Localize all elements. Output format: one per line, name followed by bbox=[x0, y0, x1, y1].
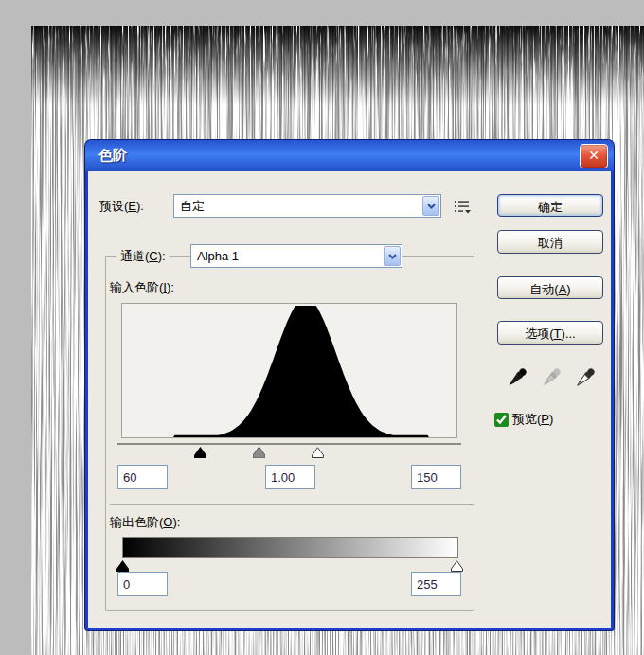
dialog-titlebar[interactable]: 色阶 ✕ bbox=[85, 140, 614, 171]
white-point-eyedropper-icon[interactable] bbox=[571, 365, 598, 392]
label-mnemonic: P bbox=[541, 412, 549, 426]
preset-dropdown[interactable]: 自定 bbox=[173, 194, 441, 218]
options-button[interactable]: 选项(T)... bbox=[497, 321, 603, 345]
ok-button[interactable]: 确定 bbox=[497, 194, 603, 217]
output-levels-label: 输出色阶(O): bbox=[110, 514, 180, 531]
preset-options-icon[interactable] bbox=[451, 196, 475, 217]
input-white-field[interactable] bbox=[411, 465, 461, 489]
label-part: 通道( bbox=[120, 249, 149, 263]
preset-label: 预设(E): bbox=[99, 198, 144, 215]
gray-point-eyedropper-icon[interactable] bbox=[537, 365, 564, 392]
input-slider-track bbox=[117, 443, 461, 445]
close-icon: ✕ bbox=[588, 148, 599, 163]
label-part: 预览( bbox=[512, 412, 541, 426]
output-black-field[interactable] bbox=[117, 572, 168, 596]
label-mnemonic: C bbox=[149, 249, 157, 263]
label-part: ): bbox=[136, 199, 144, 213]
black-point-eyedropper-icon[interactable] bbox=[503, 365, 529, 392]
label-part: ): bbox=[172, 515, 180, 529]
cancel-button[interactable]: 取消 bbox=[497, 230, 603, 254]
output-black-slider[interactable] bbox=[116, 558, 129, 570]
label-part: 自动( bbox=[529, 282, 558, 296]
input-white-slider[interactable] bbox=[312, 445, 324, 456]
input-black-slider[interactable] bbox=[194, 445, 206, 456]
label-part: )... bbox=[562, 327, 576, 341]
input-gamma-slider[interactable] bbox=[253, 445, 265, 456]
label-mnemonic: T bbox=[554, 327, 562, 341]
output-white-field[interactable] bbox=[411, 572, 461, 596]
label-part: 输入色阶( bbox=[110, 280, 163, 294]
label-part: 输出色阶( bbox=[110, 515, 163, 529]
histogram-plot bbox=[122, 304, 456, 437]
preview-row: 预览(P) bbox=[494, 411, 553, 428]
output-white-slider[interactable] bbox=[451, 558, 463, 570]
close-button[interactable]: ✕ bbox=[580, 144, 608, 168]
channel-dropdown-value: Alpha 1 bbox=[191, 249, 384, 263]
preset-dropdown-value: 自定 bbox=[174, 198, 422, 215]
label-part: 选项( bbox=[525, 327, 553, 341]
channel-label: 通道(C): bbox=[116, 248, 170, 265]
label-part: ): bbox=[158, 249, 166, 263]
preview-label: 预览(P) bbox=[512, 411, 553, 428]
dialog-title: 色阶 bbox=[85, 147, 127, 165]
input-black-field[interactable] bbox=[117, 465, 168, 489]
label-mnemonic: O bbox=[163, 515, 172, 529]
label-part: ) bbox=[566, 282, 570, 296]
chevron-down-icon bbox=[422, 196, 439, 216]
chevron-down-icon bbox=[384, 246, 401, 266]
auto-button[interactable]: 自动(A) bbox=[497, 276, 603, 299]
input-levels-label: 输入色阶(I): bbox=[110, 279, 174, 296]
levels-dialog: 色阶 ✕ 预设(E): 自定 确定 取消 自动(A) 选项(T)... bbox=[85, 140, 614, 630]
section-divider bbox=[110, 504, 474, 505]
label-mnemonic: E bbox=[128, 199, 136, 213]
label-part: 预设( bbox=[99, 199, 128, 213]
label-part: ): bbox=[167, 280, 174, 294]
channel-dropdown[interactable]: Alpha 1 bbox=[190, 244, 402, 268]
preview-checkbox[interactable] bbox=[494, 413, 509, 427]
eyedropper-toolbar bbox=[497, 364, 603, 393]
input-gamma-field[interactable] bbox=[265, 465, 315, 489]
histogram-panel bbox=[121, 303, 457, 438]
label-part: ) bbox=[549, 412, 553, 426]
output-gradient-bar bbox=[122, 537, 458, 558]
